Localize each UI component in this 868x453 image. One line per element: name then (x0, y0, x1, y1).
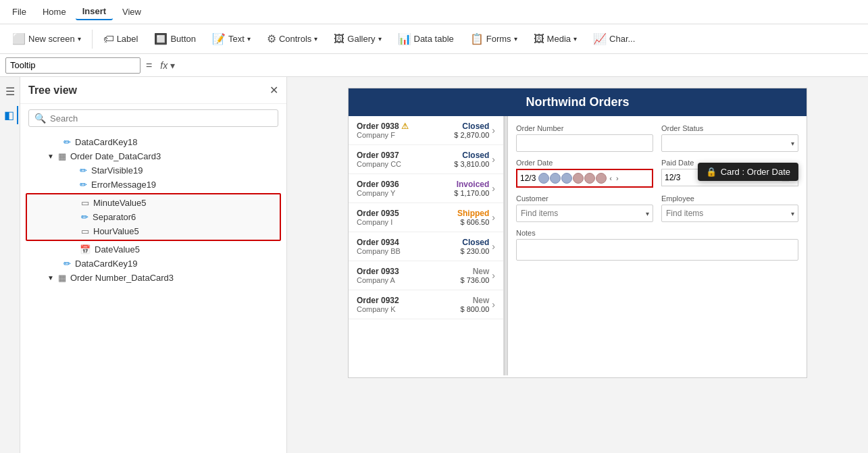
label-button[interactable]: 🏷 Label (97, 30, 145, 49)
tree-item-datevalue5[interactable]: 📅 DateValue5 (20, 242, 286, 257)
controls-button[interactable]: ⚙ Controls ▾ (260, 29, 324, 49)
form-icon-2: ▦ (58, 273, 66, 283)
new-screen-button[interactable]: ⬜ New screen ▾ (5, 29, 88, 49)
calendar-icon: 📅 (80, 244, 91, 255)
date-nav-right[interactable]: › (615, 174, 620, 182)
tree-item-hourvalue5[interactable]: ▭ HourValue5 (27, 224, 280, 238)
hamburger-icon[interactable]: ☰ (3, 82, 18, 101)
order-status-label: Order Status (661, 124, 798, 132)
edit-icon-5: ✏ (63, 259, 71, 269)
order-number: Order 0933 (357, 267, 458, 276)
tree-item-separator6[interactable]: ✏ Separator6 (27, 210, 280, 224)
media-button[interactable]: 🖼 Media ▾ (527, 30, 584, 49)
menu-file[interactable]: File (5, 4, 33, 20)
tree-item-errormessage19[interactable]: ✏ ErrorMessage19 (20, 178, 286, 192)
chart-button[interactable]: 📈 Char... (586, 29, 642, 49)
date-nav-left[interactable]: ‹ (608, 174, 613, 182)
tree-view-title: Tree view (28, 84, 77, 97)
chevron-right-icon: › (492, 125, 495, 136)
tree-item-order-number-datacard3[interactable]: ▼ ▦ Order Number_DataCard3 (20, 271, 286, 285)
chevron-right-icon: › (492, 154, 495, 165)
orders-list: Order 0938 ⚠ Company F Closed $ 2,870.00… (349, 116, 504, 375)
tree-item-order-date-datacard3[interactable]: ▼ ▦ Order Date_DataCard3 (20, 149, 286, 163)
order-row-0936[interactable]: Order 0936 Company Y Invoiced $ 1,170.00… (349, 174, 503, 203)
menu-view[interactable]: View (116, 4, 148, 20)
equals-sign: = (143, 59, 155, 72)
order-amount: $ 736.00 (461, 276, 490, 284)
order-row-0934[interactable]: Order 0934 Company BB Closed $ 230.00 › (349, 232, 503, 261)
order-info: Order 0933 Company A (357, 267, 458, 284)
order-row-0938[interactable]: Order 0938 ⚠ Company F Closed $ 2,870.00… (349, 116, 503, 145)
order-number: Order 0935 (357, 209, 455, 218)
tree-close-button[interactable]: ✕ (270, 84, 278, 97)
layers-icon[interactable]: ◧ (1, 106, 18, 124)
edit-icon-4: ✏ (81, 212, 88, 222)
tree-view-panel: Tree view ✕ 🔍 ✏ DataCardKey18 ▼ ▦ Order … (20, 77, 287, 453)
text-icon: 📝 (212, 32, 226, 45)
order-status-amount: Invoiced $ 1,170.00 (454, 180, 489, 197)
order-row-0933[interactable]: Order 0933 Company A New $ 736.00 › (349, 261, 503, 290)
chevron-right-icon: › (492, 183, 495, 194)
order-date-input-container[interactable]: 12/3 ‹ › (516, 169, 653, 188)
order-info: Order 0937 Company CC (357, 151, 451, 168)
order-status-select[interactable] (661, 134, 798, 152)
app-header: Northwind Orders (349, 88, 807, 116)
fx-button[interactable]: fx ▾ (157, 60, 178, 71)
collapse-icon: ▼ (47, 274, 54, 282)
notes-textarea[interactable] (516, 239, 798, 261)
formula-bar: = fx ▾ (0, 54, 868, 77)
order-status: New (461, 267, 490, 276)
main-layout: ☰ ◧ Tree view ✕ 🔍 ✏ DataCardKey18 ▼ ▦ (0, 77, 868, 453)
order-status-field: Order Status ▾ (661, 124, 798, 152)
order-company: Company CC (357, 160, 451, 168)
separator (92, 30, 93, 49)
data-table-button[interactable]: 📊 Data table (391, 29, 461, 49)
forms-button[interactable]: 📋 Forms ▾ (463, 29, 524, 49)
form-row-3: Customer ▾ Employee ▾ (516, 194, 798, 222)
formula-input[interactable] (5, 57, 141, 74)
order-number: Order 0932 (357, 296, 458, 305)
order-number: Order 0936 (357, 180, 451, 189)
controls-chevron-icon: ▾ (314, 35, 317, 43)
order-amount: $ 230.00 (461, 247, 490, 255)
employee-combobox[interactable] (661, 205, 798, 222)
search-input[interactable] (50, 113, 272, 124)
order-company: Company Y (357, 189, 451, 197)
tree-item-starvisible19[interactable]: ✏ StarVisible19 (20, 163, 286, 178)
forms-chevron-icon: ▾ (514, 35, 517, 43)
chevron-right-icon: › (492, 270, 495, 281)
warning-icon: ⚠ (401, 122, 409, 131)
tree-item-datacardkey19[interactable]: ✏ DataCardKey19 (20, 257, 286, 271)
order-status: Invoiced (454, 180, 489, 189)
date-circle-1 (538, 173, 549, 184)
media-icon: 🖼 (534, 33, 544, 45)
employee-field: Employee ▾ (661, 194, 798, 222)
data-table-icon: 📊 (398, 32, 411, 45)
customer-combobox[interactable] (516, 205, 653, 222)
date-circle-2 (550, 173, 561, 184)
text-button[interactable]: 📝 Text ▾ (205, 29, 257, 49)
employee-select-wrapper: ▾ (661, 205, 798, 222)
gallery-button[interactable]: 🖼 Gallery ▾ (327, 30, 388, 49)
tree-content: ✏ DataCardKey18 ▼ ▦ Order Date_DataCard3… (20, 132, 286, 453)
order-info: Order 0934 Company BB (357, 238, 458, 255)
order-row-0935[interactable]: Order 0935 Company I Shipped $ 606.50 › (349, 203, 503, 232)
lock-icon: 🔒 (706, 167, 717, 177)
controls-icon: ⚙ (267, 32, 276, 45)
order-amount: $ 3,810.00 (454, 160, 489, 168)
order-info: Order 0936 Company Y (357, 180, 451, 197)
order-info: Order 0935 Company I (357, 209, 455, 226)
notes-field: Notes (516, 229, 798, 263)
order-row-0932[interactable]: Order 0932 Company K New $ 800.00 › (349, 290, 503, 319)
tree-item-datacardkey18[interactable]: ✏ DataCardKey18 (20, 135, 286, 149)
order-row-0937[interactable]: Order 0937 Company CC Closed $ 3,810.00 … (349, 145, 503, 174)
toolbar: ⬜ New screen ▾ 🏷 Label 🔲 Button 📝 Text ▾… (0, 24, 868, 54)
menu-home[interactable]: Home (36, 4, 73, 20)
button-button[interactable]: 🔲 Button (147, 29, 203, 49)
order-number-input[interactable] (516, 134, 653, 152)
menu-insert[interactable]: Insert (76, 3, 113, 20)
tree-item-minutevalue5[interactable]: ▭ MinuteValue5 (27, 196, 280, 210)
order-status: Closed (454, 151, 489, 160)
order-date-field: Order Date 12/3 (516, 159, 653, 188)
button-icon: 🔲 (154, 32, 168, 45)
